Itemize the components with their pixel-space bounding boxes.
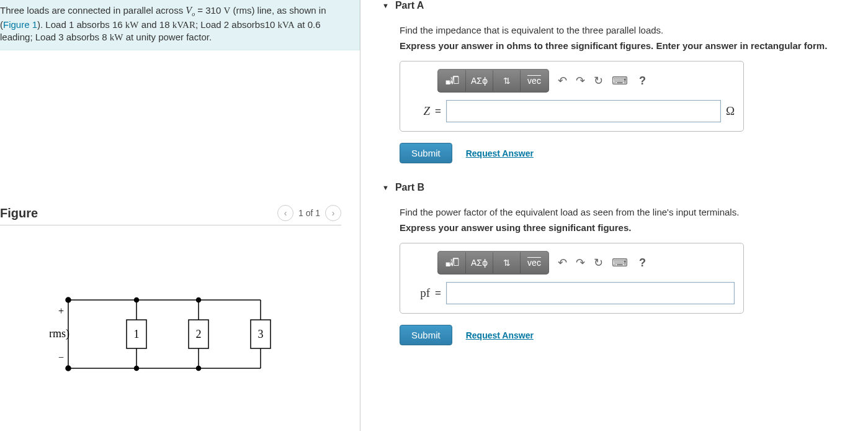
part-b-collapse-icon[interactable]: ▼ bbox=[382, 184, 389, 191]
reset-icon[interactable]: ↻ bbox=[594, 256, 603, 270]
greek-button[interactable]: ΑΣϕ bbox=[466, 252, 493, 273]
part-b-input[interactable] bbox=[446, 282, 735, 304]
part-b-answer-box: x ΑΣϕ ⇅ vec ↶ ↷ ↻ ⌨ ? bbox=[400, 243, 744, 314]
svg-point-4 bbox=[66, 366, 71, 371]
part-b-title: Part B bbox=[395, 182, 424, 193]
equals-sign: = bbox=[435, 287, 441, 299]
undo-icon[interactable]: ↶ bbox=[558, 74, 567, 88]
vec-button[interactable]: vec bbox=[521, 252, 548, 273]
problem-statement: Three loads are connected in parallel ac… bbox=[0, 0, 360, 50]
reset-icon[interactable]: ↻ bbox=[594, 74, 603, 88]
load-1-label: 1 bbox=[134, 328, 140, 340]
equals-sign: = bbox=[435, 105, 441, 117]
problem-text: Three loads are connected in parallel ac… bbox=[0, 5, 186, 16]
help-icon[interactable]: ? bbox=[637, 256, 648, 270]
svg-rect-22 bbox=[454, 259, 458, 266]
redo-icon[interactable]: ↷ bbox=[576, 256, 585, 270]
figure-prev-button[interactable]: ‹ bbox=[277, 205, 293, 221]
circuit-diagram: 1 2 3 + − Vo (rms) bbox=[50, 281, 341, 389]
figure-link[interactable]: Figure 1 bbox=[3, 19, 37, 30]
part-b-instruction: Express your answer using three signific… bbox=[400, 222, 868, 233]
keyboard-icon[interactable]: ⌨ bbox=[612, 74, 628, 88]
part-a: ▼ Part A Find the impedance that is equi… bbox=[382, 0, 868, 163]
figure-heading: Figure bbox=[0, 206, 38, 220]
part-a-title: Part A bbox=[395, 0, 424, 11]
part-a-unit: Ω bbox=[726, 104, 735, 118]
minus-terminal: − bbox=[58, 352, 64, 363]
figure-counter: 1 of 1 bbox=[298, 208, 320, 218]
part-b-prompt: Find the power factor of the equivalent … bbox=[400, 207, 868, 217]
vec-button[interactable]: vec bbox=[521, 70, 548, 91]
var-Vo: Vo bbox=[186, 5, 195, 16]
part-a-var: Z bbox=[409, 104, 430, 118]
source-label: Vo (rms) bbox=[50, 327, 69, 341]
template-button[interactable]: x bbox=[439, 252, 466, 273]
part-b-toolbar: x ΑΣϕ ⇅ vec ↶ ↷ ↻ ⌨ ? bbox=[437, 251, 735, 274]
undo-icon[interactable]: ↶ bbox=[558, 256, 567, 270]
part-a-toolbar: x ΑΣϕ ⇅ vec ↶ ↷ ↻ ⌨ ? bbox=[437, 69, 735, 93]
svg-point-3 bbox=[66, 297, 71, 302]
part-b-request-answer-link[interactable]: Request Answer bbox=[466, 330, 534, 340]
part-a-instruction: Express your answer in ohms to three sig… bbox=[400, 40, 868, 51]
svg-rect-21 bbox=[446, 263, 449, 266]
svg-rect-19 bbox=[454, 77, 458, 84]
part-a-prompt: Find the impedance that is equivalent to… bbox=[400, 25, 868, 35]
arrows-button[interactable]: ⇅ bbox=[493, 70, 521, 91]
template-button[interactable]: x bbox=[439, 70, 466, 91]
part-a-answer-box: x ΑΣϕ ⇅ vec ↶ ↷ ↻ ⌨ ? bbox=[400, 61, 744, 132]
part-a-input[interactable] bbox=[446, 100, 721, 122]
part-a-submit-button[interactable]: Submit bbox=[400, 143, 452, 163]
load-3-label: 3 bbox=[258, 328, 264, 340]
plus-terminal: + bbox=[58, 306, 64, 316]
figure-next-button[interactable]: › bbox=[325, 205, 341, 221]
part-b-submit-button[interactable]: Submit bbox=[400, 325, 452, 345]
redo-icon[interactable]: ↷ bbox=[576, 74, 585, 88]
load-2-label: 2 bbox=[196, 328, 202, 340]
arrows-button[interactable]: ⇅ bbox=[493, 252, 521, 273]
part-b: ▼ Part B Find the power factor of the eq… bbox=[382, 182, 868, 345]
part-a-collapse-icon[interactable]: ▼ bbox=[382, 2, 389, 9]
part-b-var: pf bbox=[409, 286, 430, 300]
help-icon[interactable]: ? bbox=[637, 75, 648, 88]
greek-button[interactable]: ΑΣϕ bbox=[466, 70, 493, 91]
svg-rect-18 bbox=[446, 81, 449, 84]
keyboard-icon[interactable]: ⌨ bbox=[612, 256, 628, 270]
part-a-request-answer-link[interactable]: Request Answer bbox=[466, 148, 534, 158]
